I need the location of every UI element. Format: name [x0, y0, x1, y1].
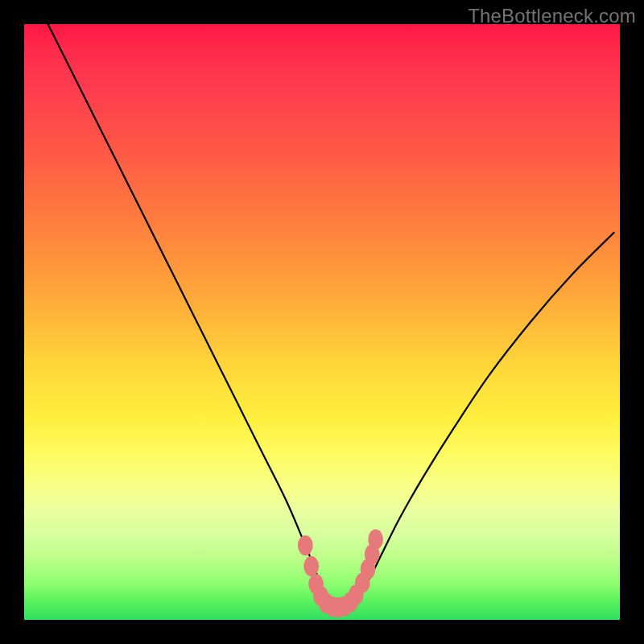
- curve-marker: [303, 556, 319, 576]
- chart-frame: TheBottleneck.com: [0, 0, 644, 644]
- chart-svg: [24, 24, 620, 620]
- curve-marker: [298, 535, 313, 555]
- svg-point-13: [368, 530, 383, 550]
- plot-area: [24, 24, 620, 620]
- svg-point-1: [303, 556, 319, 576]
- svg-point-0: [298, 535, 313, 555]
- watermark-text: TheBottleneck.com: [468, 5, 636, 27]
- curve-markers: [298, 530, 383, 618]
- curve-marker: [368, 530, 383, 550]
- bottleneck-curve: [48, 24, 614, 609]
